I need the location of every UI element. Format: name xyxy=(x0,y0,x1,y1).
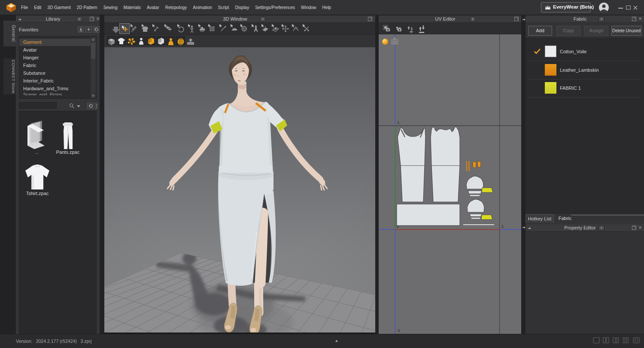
svg-text:Pants.zpac: Pants.zpac xyxy=(56,150,80,155)
svg-text:..: .. xyxy=(36,150,38,155)
svg-text:1: 1 xyxy=(501,224,504,229)
svg-text:1: 1 xyxy=(397,120,399,125)
svg-text:Tshirt.zpac: Tshirt.zpac xyxy=(26,191,49,196)
svg-text:-1: -1 xyxy=(397,328,400,333)
